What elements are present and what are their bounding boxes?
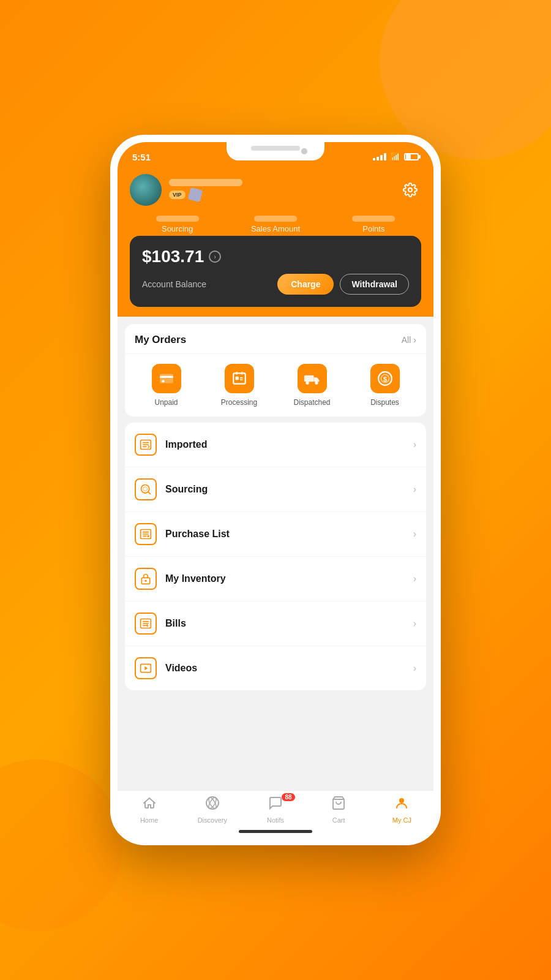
- svg-point-24: [399, 798, 404, 803]
- my-inventory-icon: [135, 568, 157, 590]
- nav-cart-label: Cart: [332, 816, 345, 824]
- menu-item-imported[interactable]: Imported ›: [125, 423, 426, 467]
- svg-rect-0: [160, 374, 173, 383]
- stat-sourcing-label: Sourcing: [162, 224, 193, 233]
- order-disputes[interactable]: $ Disputes: [348, 364, 421, 407]
- menu-item-purchase-list[interactable]: Purchase List ›: [125, 512, 426, 557]
- purchase-list-label: Purchase List: [165, 529, 230, 540]
- profile-badges: VIP: [169, 189, 242, 201]
- header-section: VIP Sourcing: [118, 169, 433, 317]
- balance-arrow-icon[interactable]: ›: [209, 251, 221, 263]
- menu-card: Imported › Sourcing: [125, 423, 426, 690]
- bills-icon: [135, 612, 157, 635]
- profile-name-blur: [169, 179, 242, 186]
- videos-label: Videos: [165, 663, 197, 674]
- bottom-nav: Home Discovery 88: [118, 790, 433, 838]
- settings-button[interactable]: [399, 179, 421, 201]
- withdrawal-button[interactable]: Withdrawal: [340, 274, 409, 295]
- balance-buttons: Charge Withdrawal: [277, 274, 409, 295]
- dispatched-icon: [298, 364, 327, 393]
- balance-actions: Account Balance Charge Withdrawal: [142, 274, 409, 295]
- svg-rect-5: [304, 375, 313, 382]
- home-icon: [142, 796, 157, 814]
- svg-point-13: [143, 487, 148, 491]
- stat-sales-value: [254, 216, 297, 222]
- phone-screen: 5:51 📶: [118, 142, 433, 838]
- nav-notifs[interactable]: 88 Notifs: [244, 796, 307, 824]
- stats-row: Sourcing Sales Amount Points: [130, 216, 421, 233]
- my-inventory-label: My Inventory: [165, 573, 226, 584]
- notif-badge: 88: [282, 793, 294, 801]
- notifs-icon: [268, 796, 283, 814]
- disputes-icon: $: [370, 364, 400, 393]
- status-icons: 📶: [373, 152, 419, 162]
- bills-chevron: ›: [413, 618, 416, 629]
- my-inventory-chevron: ›: [413, 573, 416, 584]
- stat-sourcing-value: [156, 216, 199, 222]
- nav-home-label: Home: [140, 816, 158, 824]
- nav-mycj[interactable]: My CJ: [370, 796, 433, 824]
- wifi-icon: 📶: [390, 152, 400, 162]
- imported-label: Imported: [165, 439, 207, 450]
- orders-all-label: All: [402, 335, 411, 345]
- sourcing-icon: [135, 478, 157, 500]
- menu-item-sourcing[interactable]: Sourcing ›: [125, 467, 426, 512]
- phone-frame: 5:51 📶: [110, 135, 441, 845]
- nav-discovery[interactable]: Discovery: [181, 796, 244, 824]
- nav-discovery-label: Discovery: [198, 816, 227, 824]
- stat-points[interactable]: Points: [352, 216, 395, 233]
- imported-chevron: ›: [413, 439, 416, 450]
- svg-point-2: [162, 380, 164, 382]
- unpaid-icon: [152, 364, 181, 393]
- svg-text:$: $: [383, 375, 386, 383]
- status-time: 5:51: [132, 152, 151, 162]
- orders-header: My Orders All ›: [125, 324, 426, 354]
- balance-label: Account Balance: [142, 279, 206, 289]
- order-dispatched-label: Dispatched: [293, 398, 330, 407]
- videos-icon: [135, 657, 157, 679]
- battery-icon: [404, 153, 419, 160]
- balance-card: $103.71 › Account Balance Charge Withdra…: [130, 236, 421, 307]
- home-indicator: [239, 830, 312, 833]
- stat-sourcing[interactable]: Sourcing: [156, 216, 199, 233]
- processing-icon: [225, 364, 254, 393]
- order-disputes-label: Disputes: [370, 398, 399, 407]
- menu-item-bills[interactable]: Bills ›: [125, 601, 426, 646]
- order-processing-label: Processing: [221, 398, 257, 407]
- menu-imported-left: Imported: [135, 434, 207, 456]
- charge-button[interactable]: Charge: [277, 274, 334, 295]
- balance-amount-row: $103.71 ›: [142, 247, 409, 266]
- cart-icon: [331, 796, 346, 814]
- svg-point-17: [144, 580, 146, 582]
- imported-icon: [135, 434, 157, 456]
- svg-rect-3: [233, 373, 246, 383]
- menu-sourcing-left: Sourcing: [135, 478, 208, 500]
- nav-cart[interactable]: Cart: [307, 796, 370, 824]
- orders-all-button[interactable]: All ›: [402, 335, 416, 345]
- order-dispatched[interactable]: Dispatched: [276, 364, 348, 407]
- avatar[interactable]: [130, 174, 162, 206]
- profile-row: VIP: [130, 174, 421, 206]
- stat-points-label: Points: [362, 224, 384, 233]
- stat-sales-label: Sales Amount: [251, 224, 300, 233]
- order-processing[interactable]: Processing: [203, 364, 276, 407]
- stat-sales[interactable]: Sales Amount: [251, 216, 300, 233]
- order-unpaid[interactable]: Unpaid: [130, 364, 203, 407]
- nav-home[interactable]: Home: [118, 796, 181, 824]
- discovery-icon: [205, 796, 220, 814]
- nav-mycj-label: My CJ: [392, 816, 411, 824]
- profile-info: VIP: [169, 179, 242, 201]
- orders-grid: Unpaid Processing: [125, 354, 426, 417]
- menu-item-my-inventory[interactable]: My Inventory ›: [125, 557, 426, 601]
- sourcing-label: Sourcing: [165, 484, 208, 495]
- orders-title: My Orders: [135, 334, 186, 346]
- menu-videos-left: Videos: [135, 657, 197, 679]
- menu-item-videos[interactable]: Videos ›: [125, 646, 426, 690]
- balance-amount: $103.71: [142, 247, 204, 266]
- my-orders-card: My Orders All ›: [125, 324, 426, 417]
- svg-rect-4: [235, 377, 238, 380]
- svg-point-6: [305, 381, 309, 384]
- nav-notifs-label: Notifs: [267, 816, 284, 824]
- svg-marker-20: [144, 666, 148, 671]
- videos-chevron: ›: [413, 663, 416, 674]
